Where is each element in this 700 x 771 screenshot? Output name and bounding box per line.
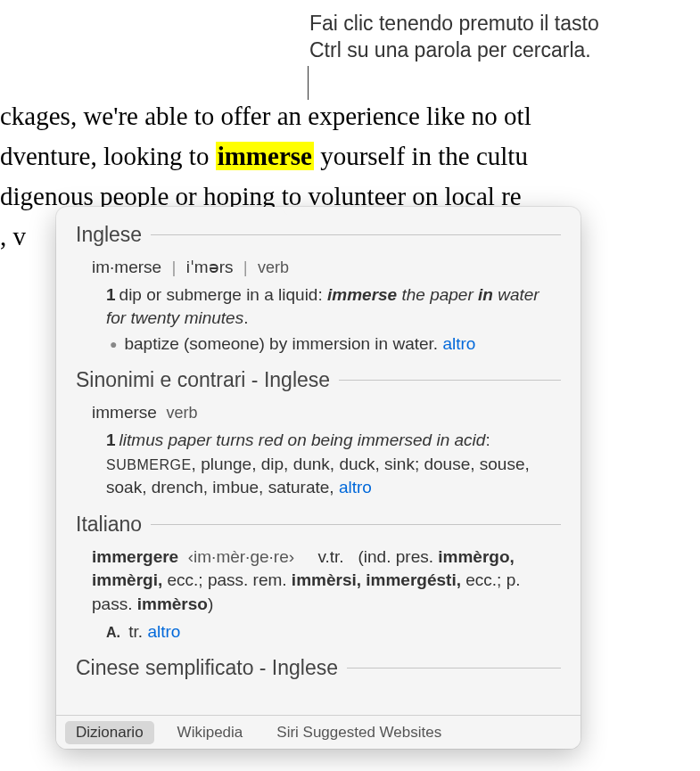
section-rule xyxy=(151,234,561,235)
thesaurus-example: litmus paper turns red on being immersed… xyxy=(119,431,486,449)
highlighted-word[interactable]: immerse xyxy=(216,142,314,170)
definition-block-thesaurus: 1litmus paper turns red on being immerse… xyxy=(92,429,561,500)
headword-english: im·merse xyxy=(92,258,161,276)
sub-definition: ● baptize (someone) by immersion in wate… xyxy=(106,332,561,357)
entry-english: im·merse | iˈmərs | verb 1dip or submerg… xyxy=(76,256,561,356)
entry-italian: immergere ‹im·mèr·ge·re› v.tr. (ind. pre… xyxy=(76,545,561,644)
section-title-thesaurus: Sinonimi e contrari - Inglese xyxy=(76,368,339,392)
bullet-icon: ● xyxy=(110,336,117,357)
section-rule xyxy=(151,524,561,525)
section-rule xyxy=(339,380,561,381)
section-rule xyxy=(347,668,561,668)
entry-thesaurus: immerse verb 1litmus paper turns red on … xyxy=(76,401,561,499)
more-link-italian[interactable]: altro xyxy=(147,622,180,641)
tab-dictionary[interactable]: Dizionario xyxy=(65,721,154,744)
pos-thesaurus: verb xyxy=(166,404,197,422)
popover-bottom-bar: Dizionario Wikipedia Siri Suggested Webs… xyxy=(56,715,581,749)
pronunciation-english: iˈmərs xyxy=(186,258,234,276)
doc-line-1: ckages, we're able to offer an experienc… xyxy=(0,96,531,136)
def-text: dip or submerge in a liquid: xyxy=(119,285,327,304)
callout-line2: Ctrl su una parola per cercarla. xyxy=(309,37,599,64)
popover-content: Inglese im·merse | iˈmərs | verb 1dip or… xyxy=(56,207,581,713)
headword-italian: immergere xyxy=(92,547,178,566)
italian-sense: A. tr. altro xyxy=(92,620,561,644)
pron-sep: | xyxy=(171,258,176,276)
section-title-english: Inglese xyxy=(76,223,151,247)
pos-italian: v.tr. xyxy=(317,547,343,566)
italian-headword-line: immergere ‹im·mèr·ge·re› v.tr. (ind. pre… xyxy=(92,545,561,617)
section-header-italian: Italiano xyxy=(76,513,561,537)
callout-leader-line xyxy=(308,66,309,100)
tab-wikipedia[interactable]: Wikipedia xyxy=(167,721,254,744)
callout-instruction: Fai clic tenendo premuto il tasto Ctrl s… xyxy=(309,11,599,64)
sense-letter: A. xyxy=(106,625,120,640)
doc-line-2: dventure, looking to immerse yourself in… xyxy=(0,136,531,176)
more-link-thesaurus[interactable]: altro xyxy=(339,478,372,496)
pron-sep: | xyxy=(243,258,248,276)
callout-line1: Fai clic tenendo premuto il tasto xyxy=(309,11,599,37)
headword-line-thesaurus: immerse verb xyxy=(92,401,561,425)
section-title-italian: Italiano xyxy=(76,513,151,537)
tab-siri-suggested[interactable]: Siri Suggested Websites xyxy=(266,721,452,744)
dictionary-popover: Inglese im·merse | iˈmərs | verb 1dip or… xyxy=(56,207,581,749)
def-number: 1 xyxy=(106,431,116,449)
def-number: 1 xyxy=(106,285,116,304)
section-header-thesaurus: Sinonimi e contrari - Inglese xyxy=(76,368,561,392)
section-header-chinese: Cinese semplificato - Inglese xyxy=(76,656,561,680)
definition-block-english: 1dip or submerge in a liquid: immerse th… xyxy=(92,283,561,357)
pos-english: verb xyxy=(258,258,289,276)
section-header-english: Inglese xyxy=(76,223,561,247)
headword-thesaurus: immerse xyxy=(92,403,157,422)
syllables-italian: ‹im·mèr·ge·re› xyxy=(188,547,294,566)
more-link-english[interactable]: altro xyxy=(442,334,475,353)
section-title-chinese: Cinese semplificato - Inglese xyxy=(76,656,347,680)
headword-line-english: im·merse | iˈmərs | verb xyxy=(92,256,561,280)
synonym-primary: submerge xyxy=(106,457,192,472)
